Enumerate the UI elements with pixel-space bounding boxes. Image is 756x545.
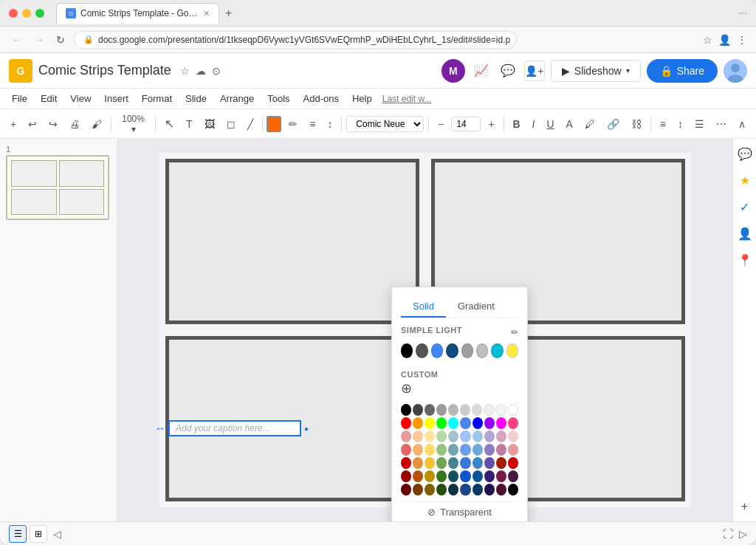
menu-view[interactable]: View — [64, 91, 97, 106]
align-left-button[interactable]: ≡ — [305, 115, 320, 133]
menu-file[interactable]: File — [6, 91, 33, 106]
p-9fc5e8[interactable] — [472, 431, 483, 442]
p-6aa84f[interactable] — [436, 457, 447, 469]
swatch-gray[interactable] — [461, 343, 473, 358]
p-cccccc[interactable] — [460, 404, 470, 416]
new-tab-button[interactable]: + — [225, 7, 232, 20]
print-button[interactable]: 🖨 — [65, 115, 84, 133]
filmstrip-view-button[interactable]: ☰ — [9, 525, 27, 543]
swatch-blue[interactable] — [431, 343, 443, 358]
p-ff9900[interactable] — [413, 417, 423, 429]
line-height-button[interactable]: ↕ — [673, 115, 687, 133]
p-8e7cc3[interactable] — [484, 444, 495, 456]
p-ff00ff[interactable] — [496, 417, 506, 429]
p-45818e[interactable] — [448, 457, 458, 469]
bookmark-icon[interactable]: ☆ — [703, 34, 712, 46]
p-6d9eeb[interactable] — [460, 444, 470, 456]
user-avatar[interactable] — [724, 59, 747, 83]
star-icon[interactable]: ☆ — [180, 65, 190, 77]
p-4a86e8[interactable] — [460, 417, 470, 429]
text-color-button[interactable] — [267, 116, 281, 132]
resize-handle-right[interactable]: ● — [304, 425, 309, 433]
p-b7b7b7[interactable] — [448, 404, 458, 416]
p-3d85c6[interactable] — [472, 457, 483, 469]
maximize-button[interactable] — [35, 9, 44, 18]
resize-handle-left[interactable]: ↔ — [155, 422, 165, 434]
p-ea9999-2[interactable] — [508, 444, 518, 456]
sidebar-map-icon[interactable]: 📍 — [736, 251, 754, 269]
menu-format[interactable]: Format — [136, 91, 178, 106]
swatch-dark-gray[interactable] — [416, 343, 427, 358]
more-icon[interactable]: ⊙ — [212, 65, 221, 77]
sidebar-check-icon[interactable]: ✓ — [736, 198, 754, 216]
p-3c78d8[interactable] — [460, 457, 470, 469]
slide-thumb-1[interactable]: 1 — [6, 145, 111, 220]
p-7f6000[interactable] — [425, 484, 435, 496]
p-e69138[interactable] — [413, 457, 423, 469]
reload-button[interactable]: ↻ — [53, 32, 68, 47]
slideshow-button[interactable]: ▶ Slideshow ▾ — [551, 60, 641, 82]
p-9900ff[interactable] — [484, 417, 495, 429]
p-ffffff[interactable] — [508, 404, 518, 416]
swatch-cyan[interactable] — [491, 343, 503, 358]
menu-tools[interactable]: Tools — [261, 91, 295, 106]
swatch-black[interactable]: ✓ — [401, 343, 413, 358]
p-f9cb9c[interactable] — [413, 431, 423, 442]
highlight-color-button[interactable]: 🖊 — [580, 115, 599, 133]
minimize-button[interactable] — [22, 9, 31, 18]
p-ffd966[interactable] — [425, 444, 435, 456]
edit-icon[interactable]: ✏ — [511, 327, 518, 337]
p-a61c00[interactable] — [496, 457, 506, 469]
right-expand-button[interactable]: ▷ — [739, 528, 747, 540]
p-93c47d[interactable] — [436, 444, 447, 456]
p-ffff00[interactable] — [425, 417, 435, 429]
back-button[interactable]: ← — [9, 32, 25, 47]
text-align-button[interactable]: ≡ — [656, 115, 670, 133]
italic-button[interactable]: I — [528, 115, 540, 133]
p-ea9999[interactable] — [401, 431, 411, 442]
p-00ffff[interactable] — [448, 417, 458, 429]
p-c27ba0[interactable] — [496, 444, 506, 456]
text-tool[interactable]: T — [182, 115, 197, 133]
font-size-decrease[interactable]: − — [433, 115, 448, 133]
p-a4c2f4[interactable] — [460, 431, 470, 442]
redo-button[interactable]: ↪ — [44, 115, 62, 133]
p-d5a6bd[interactable] — [496, 431, 506, 442]
p-0b5394[interactable] — [472, 470, 483, 482]
p-ff0000[interactable] — [401, 417, 411, 429]
p-0000ff[interactable] — [472, 417, 483, 429]
p-000000[interactable] — [401, 404, 411, 416]
sidebar-person-icon[interactable]: 👤 — [736, 224, 754, 242]
swatch-dark-blue[interactable] — [446, 343, 458, 358]
bold-button[interactable]: B — [508, 115, 524, 133]
cursor-tool[interactable]: ↖ — [160, 114, 179, 134]
p-434343[interactable] — [413, 404, 423, 416]
profile-icon[interactable]: 👤 — [718, 34, 731, 46]
alt-link-button[interactable]: ⛓ — [627, 115, 646, 133]
p-f6b26b[interactable] — [413, 444, 423, 456]
menu-edit[interactable]: Edit — [35, 91, 63, 106]
p-6fa8dc[interactable] — [472, 444, 483, 456]
tab-solid[interactable]: Solid — [401, 296, 446, 318]
p-b4a7d6[interactable] — [484, 431, 495, 442]
activity-icon[interactable]: 📈 — [471, 61, 492, 81]
transparent-button[interactable]: ⊘ Transparent — [401, 501, 518, 521]
font-color-button[interactable]: A — [562, 115, 577, 133]
line-spacing-button[interactable]: ↕ — [323, 115, 337, 133]
undo-button[interactable]: ↩ — [24, 115, 41, 133]
grid-view-button[interactable]: ⊞ — [30, 525, 47, 543]
more-button[interactable]: ⋯ — [712, 115, 731, 133]
link-button[interactable]: 🔗 — [602, 115, 624, 133]
p-741b47[interactable] — [496, 470, 506, 482]
cloud-icon[interactable]: ☁ — [196, 65, 206, 77]
p-783f04[interactable] — [413, 484, 423, 496]
p-f4cccc[interactable] — [508, 431, 518, 442]
add-person-button[interactable]: 👤+ — [524, 61, 545, 81]
add-custom-color-button[interactable]: ⊕ — [401, 380, 518, 397]
line-tool[interactable]: ╱ — [243, 115, 258, 133]
p-351c75[interactable] — [484, 470, 495, 482]
fullscreen-button[interactable]: ⛶ — [723, 528, 733, 540]
sidebar-tasks-icon[interactable]: ★ — [736, 171, 754, 189]
p-cc0000-2[interactable] — [508, 457, 518, 469]
p-990000[interactable] — [401, 470, 411, 482]
